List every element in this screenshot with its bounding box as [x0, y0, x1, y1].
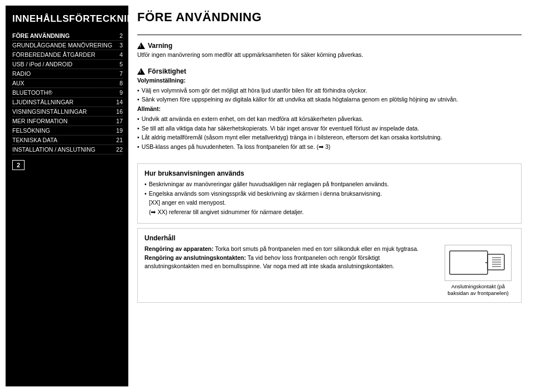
toc-item: BLUETOOTH®9 — [12, 88, 123, 98]
rengoring-app-text: Torka bort smuts på frontpanelen med en … — [215, 245, 418, 252]
bullet-item: Se till att alla viktiga data har säkerh… — [137, 124, 522, 133]
toc-item-number: 5 — [119, 61, 123, 67]
bracket-item: [XX] anger en vald menypost. — [144, 199, 514, 207]
toc-item-label: USB / iPod / ANDROID — [12, 61, 119, 67]
toc-item-number: 16 — [116, 108, 123, 115]
warning-body: Utför ingen manövrering som medför att u… — [137, 51, 522, 60]
toc-item-label: INSTALLATION / ANSLUTNING — [12, 146, 116, 153]
toc-item-number: 19 — [116, 127, 123, 134]
svg-rect-0 — [450, 251, 488, 274]
toc-item: FÖRE ANVÄNDNING2 — [12, 31, 123, 41]
toc-sidebar: INNEHÅLLSFÖRTECKNING FÖRE ANVÄNDNING2GRU… — [6, 6, 128, 386]
allm-label: Allmänt: — [137, 105, 161, 112]
toc-item-label: FELSÖKNING — [12, 127, 116, 134]
how-box-body: Beskrivningar av manövreringar gäller hu… — [144, 180, 514, 217]
underhall-image: Anslutningskontakt (på baksidan av front… — [442, 245, 514, 297]
toc-item-label: GRUNDLÄGGANDE MANÖVRERING — [12, 42, 119, 49]
bullet-item: Beskrivningar av manövreringar gäller hu… — [144, 180, 514, 189]
toc-item: FELSÖKNING19 — [12, 126, 123, 135]
warning-label: Varning — [148, 42, 172, 50]
toc-item: MER INFORMATION17 — [12, 117, 123, 126]
rengoring-ansl-label: Rengöring av anslutningskontakten: — [144, 254, 246, 261]
how-box: Hur bruksanvisningen används Beskrivning… — [137, 163, 522, 224]
toc-item-label: BLUETOOTH® — [12, 89, 119, 96]
toc-item: TEKNISKA DATA21 — [12, 135, 123, 145]
bullet-item: Låt aldrig metallföremål (såsom mynt ell… — [137, 133, 522, 142]
warning-block: Varning Utför ingen manövrering som medf… — [137, 42, 522, 60]
bottom-section: Hur bruksanvisningen används Beskrivning… — [137, 163, 522, 303]
toc-item: FÖRBEREDANDE ÅTGÄRDER4 — [12, 50, 123, 60]
bracket-item: (➡ XX) refererar till angivet sidnummer … — [144, 208, 514, 217]
toc-item: VISNINGSINSTÄLLNINGAR16 — [12, 107, 123, 117]
underhall-title: Underhåll — [144, 234, 514, 242]
forsiktighet-triangle-icon — [137, 68, 145, 75]
volyminst-label: Volyminställning: — [137, 77, 186, 84]
toc-item: GRUNDLÄGGANDE MANÖVRERING3 — [12, 41, 123, 50]
bullet-item: Engelska används som visningsspråk vid b… — [144, 190, 514, 199]
toc-item-number: 14 — [116, 99, 123, 105]
bullet-item: Undvik att använda en extern enhet, om d… — [137, 115, 522, 124]
forsiktighet-label: Försiktighet — [148, 67, 186, 75]
underhall-row: Rengöring av apparaten: Torka bort smuts… — [144, 245, 514, 297]
toc-item: LJUDINSTÄLLNINGAR14 — [12, 98, 123, 107]
toc-item-number: 8 — [119, 80, 123, 86]
toc-item-label: AUX — [12, 80, 119, 86]
toc-item-number: 21 — [116, 137, 123, 143]
toc-title: INNEHÅLLSFÖRTECKNING — [12, 13, 123, 25]
toc-item-number: 7 — [119, 70, 123, 77]
toc-item-label: LJUDINSTÄLLNINGAR — [12, 99, 116, 105]
toc-item-number: 22 — [116, 146, 123, 153]
warning-header: Varning — [137, 42, 522, 50]
toc-item-label: FÖRBEREDANDE ÅTGÄRDER — [12, 51, 119, 58]
connector-label: Anslutningskontakt (på baksidan av front… — [442, 283, 514, 297]
forsiktighet-block: Försiktighet Volyminställning: Välj en v… — [137, 67, 522, 152]
toc-item-number: 2 — [119, 32, 123, 39]
connector-diagram — [445, 245, 512, 281]
toc-item-label: FÖRE ANVÄNDNING — [12, 32, 119, 39]
forsiktighet-header: Försiktighet — [137, 67, 522, 75]
toc-item: AUX8 — [12, 79, 123, 88]
toc-item-number: 17 — [116, 118, 123, 124]
toc-item-label: MER INFORMATION — [12, 118, 116, 124]
toc-item-label: RADIO — [12, 70, 119, 77]
main-content: FÖRE ANVÄNDNING Varning Utför ingen manö… — [128, 6, 529, 386]
toc-item: RADIO7 — [12, 69, 123, 79]
toc-item-label: TEKNISKA DATA — [12, 137, 116, 143]
toc-item-number: 9 — [119, 89, 123, 96]
underhall-text: Rengöring av apparaten: Torka bort smuts… — [144, 245, 436, 271]
rengoring-app-label: Rengöring av apparaten: — [144, 245, 214, 252]
how-box-title: Hur bruksanvisningen används — [144, 170, 514, 177]
page-number-area: 2 — [12, 154, 123, 170]
section-title: FÖRE ANVÄNDNING — [137, 10, 522, 25]
toc-item: USB / iPod / ANDROID5 — [12, 60, 123, 69]
bullet-item: Sänk volymen före uppspelning av digital… — [137, 95, 522, 104]
bullet-item: Välj en volymnivå som gör det möjligt at… — [137, 86, 522, 95]
underhall-box: Underhåll Rengöring av apparaten: Torka … — [137, 228, 522, 303]
toc-item-number: 4 — [119, 51, 123, 58]
toc-item-number: 3 — [119, 42, 123, 49]
toc-item-label: VISNINGSINSTÄLLNINGAR — [12, 108, 116, 115]
divider — [137, 35, 522, 35]
warning-triangle-icon — [137, 42, 145, 49]
connector-svg — [447, 246, 509, 279]
bullet-item: USB-klass anges på huvudenheten. Ta loss… — [137, 143, 522, 152]
toc-item: INSTALLATION / ANSLUTNING22 — [12, 145, 123, 154]
page-number-box: 2 — [12, 160, 25, 170]
forsiktighet-body: Volyminställning: Välj en volymnivå som … — [137, 76, 522, 152]
